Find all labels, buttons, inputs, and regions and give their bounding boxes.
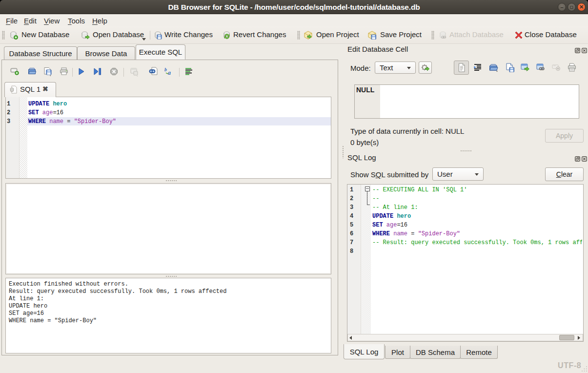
svg-text:a: a — [168, 69, 171, 76]
svg-text:b: b — [164, 67, 167, 72]
